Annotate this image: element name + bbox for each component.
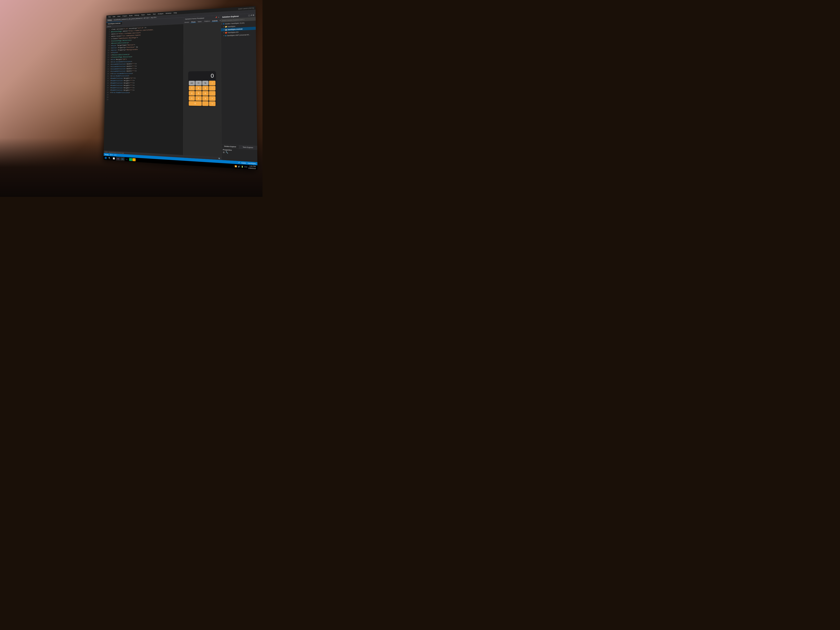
props-icon-1[interactable]: ⊞ (223, 151, 224, 153)
calc-9-btn[interactable]: 9 (202, 86, 208, 91)
status-errors: ⓪ 0 (110, 154, 112, 156)
taskbar-vs2[interactable]: VS (120, 157, 125, 161)
solution-explorer-tree: ▸ ⊞ Solution 'XamlStyles' (4 proj ▸ 📁 Xa… (221, 21, 257, 146)
menu-team[interactable]: Team (140, 14, 146, 16)
status-project: XamlStyles (248, 162, 256, 164)
se-solution-arrow: ▸ (221, 23, 222, 25)
volume-icon[interactable]: 🔊 (238, 166, 240, 167)
calc-6-btn[interactable]: 6 (202, 91, 208, 96)
se-xamlstyles-arrow: ▸ (224, 26, 224, 27)
se-ios-arrow: ▸ (224, 32, 224, 33)
network-icon[interactable]: 📶 (235, 165, 237, 167)
calc-display-value: 0 (211, 73, 214, 79)
se-toolbar-icon-3[interactable]: ⚙ (253, 14, 254, 16)
taskbar-vs[interactable]: VS (116, 157, 120, 161)
calc-5-btn[interactable]: 5 (196, 91, 202, 96)
taskbar-task-view[interactable]: ⬜ (112, 156, 116, 160)
battery-icon: 🔋 (241, 166, 243, 168)
se-tab-se-label: Solution Explorer (224, 145, 236, 147)
menu-analyze[interactable]: Analyze (157, 13, 164, 15)
solution-explorer-title: Solution Explorer (222, 15, 239, 18)
language-indicator[interactable]: ENG (244, 166, 247, 168)
calc-percent-btn[interactable]: % (202, 81, 208, 85)
calc-minus-btn[interactable]: - (209, 91, 215, 96)
toolbar-separator-2: | (150, 17, 150, 19)
solution-icon: ⊞ (223, 23, 224, 25)
device-label: Device: (185, 22, 189, 23)
zoom-icon[interactable]: 🔍 (218, 158, 220, 159)
calc-3-btn[interactable]: 3 (202, 96, 208, 101)
menu-window[interactable]: Window (164, 12, 172, 14)
se-xamlstyles-icon: 📁 (225, 25, 227, 28)
menu-view[interactable]: View (116, 15, 121, 18)
calc-decimal-btn[interactable]: . (202, 101, 208, 106)
start-button[interactable] (104, 156, 107, 159)
menu-build[interactable]: Build (128, 14, 133, 17)
menu-help[interactable]: Help (172, 12, 178, 14)
taskbar-search[interactable]: 🔍 (107, 156, 112, 160)
phone-tab[interactable]: Phone (191, 21, 196, 23)
menu-tools[interactable]: Tools (146, 13, 152, 16)
calc-display: 0 (188, 71, 216, 80)
menu-file[interactable]: File (107, 16, 112, 18)
se-toolbar-icon-1[interactable]: ⬚ (248, 14, 250, 17)
system-clock[interactable]: 1:01 PM 2/28/2018 (248, 165, 256, 170)
breadcrumb-text: @Grid (107, 26, 111, 27)
se-toolbar-icon-2[interactable]: ↺ (250, 14, 252, 16)
windows-logo (105, 157, 107, 159)
quick-launch-label: Quick Launch (Ctrl+Q) (238, 7, 254, 10)
se-uwp-arrow: ▸ (224, 35, 224, 36)
calc-1-btn[interactable]: 1 (189, 96, 195, 101)
se-tab-te-label: Team Explorer (243, 147, 253, 148)
calc-2-btn[interactable]: 2 (196, 96, 202, 101)
preview-panel: Xamarin.Forms Previewer 📌 ✕ Device: Phon… (183, 16, 221, 160)
menu-project[interactable]: Project (122, 15, 128, 17)
calc-plusminus-btn[interactable]: +/- (196, 81, 202, 85)
taskbar-yellow-app[interactable] (133, 158, 136, 161)
editor-area: XamlStyles.Android @Grid 12345 678910 11… (104, 17, 183, 158)
tablet-tab[interactable]: Tablet (197, 21, 202, 22)
calc-ac-btn[interactable]: AC (189, 81, 195, 85)
props-icon-2[interactable]: 🔧 (226, 152, 228, 154)
calc-0-btn[interactable]: 0 (188, 101, 202, 106)
calc-4-btn[interactable]: 4 (189, 91, 195, 96)
menu-test[interactable]: Test (152, 13, 156, 16)
preview-close-btn[interactable]: ✕ (218, 16, 219, 18)
se-android-icon: 🤖 (225, 29, 227, 31)
status-git-icon: ⎇ (238, 162, 240, 164)
menu-edit[interactable]: Edit (112, 16, 116, 18)
calculator-preview: 0 AC +/- % / 7 8 9 * (188, 71, 216, 107)
taskbar-edge[interactable]: e (125, 157, 129, 161)
calc-equals-btn[interactable]: = (209, 101, 215, 106)
status-branch: master (241, 162, 246, 164)
ide-layout: File Edit View Project Build Debug Team … (104, 6, 257, 170)
menu-debug[interactable]: Debug (134, 14, 140, 16)
properties-panel: Properties ⊞ 🔧 (221, 148, 257, 162)
calc-7-btn[interactable]: 7 (189, 86, 195, 90)
calc-plus-btn[interactable]: + (209, 96, 215, 101)
se-android-arrow: ▾ (224, 29, 224, 31)
preview-dock-btn[interactable]: 📌 (215, 16, 217, 18)
se-ios-icon: 🍎 (225, 32, 227, 34)
status-ready: Ready (105, 154, 109, 155)
taskbar-green-app[interactable] (129, 158, 132, 161)
calc-divide-btn[interactable]: / (209, 81, 215, 85)
win-quad-2 (106, 157, 107, 158)
calc-8-btn[interactable]: 8 (196, 86, 202, 90)
se-uwp-icon: ⊞ (225, 35, 226, 36)
code-editor[interactable]: 12345 678910 1112131415 1617181920 21222… (104, 24, 183, 155)
calc-multiply-btn[interactable]: * (209, 86, 215, 91)
any-cpu[interactable]: Any CPU (151, 17, 156, 18)
platform-label: Platform: (204, 21, 210, 22)
se-uwp-label: XamlStyles.UWP (Universal Wi... (227, 34, 250, 36)
code-text[interactable]: <?xml version="1.0" encoding="utf-8" ?> … (108, 24, 183, 155)
win-quad-4 (106, 158, 106, 159)
calc-button-grid: AC +/- % / 7 8 9 * 4 5 6 (188, 80, 216, 107)
debug-config[interactable]: Debug (107, 19, 112, 21)
status-warnings: ⚠ 3 (114, 154, 116, 156)
zoom-level: 150% (105, 152, 108, 153)
se-ios-label: XamlStyles.iOS (227, 31, 238, 33)
android-tab[interactable]: Android (212, 20, 218, 22)
preview-title: Xamarin.Forms Previewer (185, 17, 204, 20)
se-android-label: XamlStyles.Android (227, 28, 242, 30)
